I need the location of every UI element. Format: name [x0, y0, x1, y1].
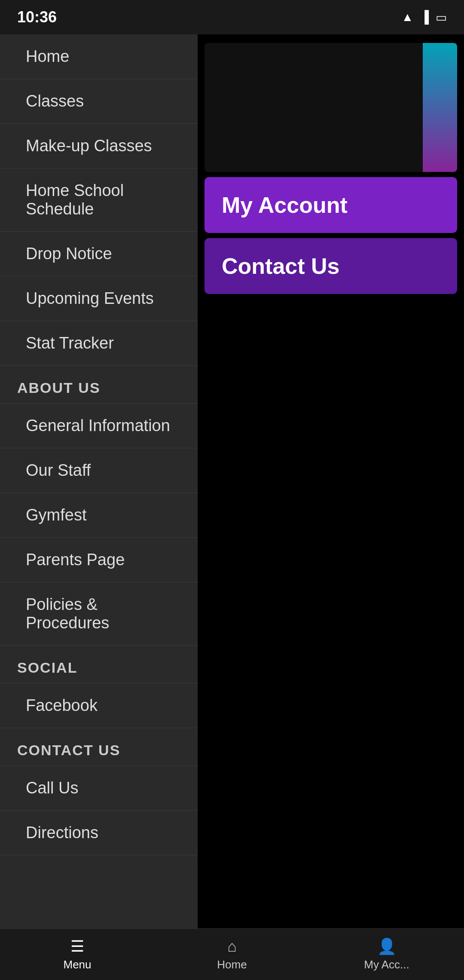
right-panel: My Account Contact Us	[198, 34, 464, 928]
my-account-button[interactable]: My Account	[205, 177, 457, 233]
sidebar-item-classes[interactable]: Classes	[0, 79, 198, 124]
sidebar-menu: Home Classes Make-up Classes Home School…	[0, 34, 198, 928]
sidebar-item-parents-page[interactable]: Parents Page	[0, 538, 198, 582]
bottom-nav: ☰ Menu ⌂ Home 👤 My Acc...	[0, 928, 464, 980]
sidebar-item-general-information[interactable]: General Information	[0, 404, 198, 448]
nav-item-home[interactable]: ⌂ Home	[155, 929, 309, 980]
decorative-shape	[423, 43, 457, 172]
sidebar-item-home-school-schedule[interactable]: Home School Schedule	[0, 168, 198, 232]
signal-icon: ▐	[420, 10, 429, 24]
main-container: Home Classes Make-up Classes Home School…	[0, 34, 464, 928]
contact-us-button[interactable]: Contact Us	[205, 238, 457, 294]
nav-item-my-account[interactable]: 👤 My Acc...	[309, 929, 464, 980]
menu-icon: ☰	[70, 937, 84, 956]
nav-item-menu[interactable]: ☰ Menu	[0, 929, 155, 980]
sidebar-item-home[interactable]: Home	[0, 34, 198, 79]
battery-icon: ▭	[436, 10, 447, 24]
section-header-contact-us: CONTACT US	[0, 728, 198, 766]
section-header-about-us: ABOUT US	[0, 366, 198, 404]
sidebar-item-directions[interactable]: Directions	[0, 811, 198, 855]
sidebar-item-our-staff[interactable]: Our Staff	[0, 448, 198, 493]
sidebar-item-gymfest[interactable]: Gymfest	[0, 493, 198, 538]
sidebar-item-facebook[interactable]: Facebook	[0, 683, 198, 728]
status-bar: 10:36 ▲ ▐ ▭	[0, 0, 464, 34]
sidebar-item-call-us[interactable]: Call Us	[0, 766, 198, 811]
status-icons: ▲ ▐ ▭	[401, 10, 447, 24]
sidebar-item-policies-procedures[interactable]: Policies & Procedures	[0, 582, 198, 646]
account-icon: 👤	[377, 937, 397, 956]
wifi-icon: ▲	[401, 10, 413, 24]
sidebar-item-drop-notice[interactable]: Drop Notice	[0, 232, 198, 276]
sidebar-item-stat-tracker[interactable]: Stat Tracker	[0, 321, 198, 366]
home-icon: ⌂	[227, 937, 237, 956]
section-header-social: SOCIAL	[0, 646, 198, 683]
status-time: 10:36	[17, 8, 57, 26]
top-image-area	[205, 43, 457, 172]
sidebar-item-upcoming-events[interactable]: Upcoming Events	[0, 276, 198, 321]
sidebar-item-make-up-classes[interactable]: Make-up Classes	[0, 124, 198, 168]
